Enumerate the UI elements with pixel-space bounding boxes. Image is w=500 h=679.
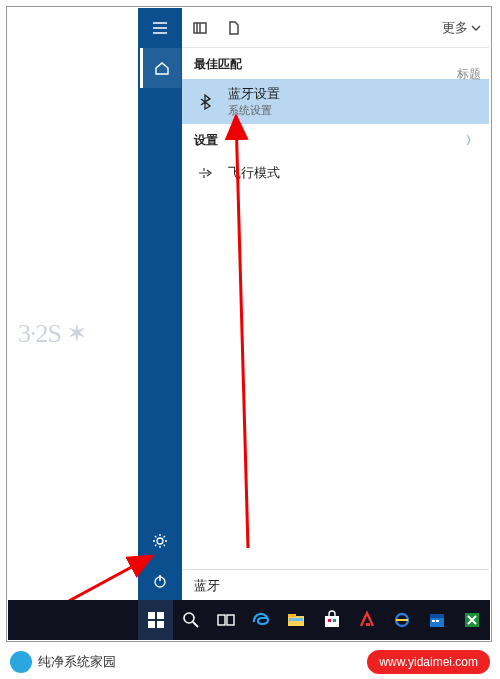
result-title: 蓝牙设置 bbox=[228, 85, 280, 103]
svg-rect-23 bbox=[432, 620, 435, 622]
section-best-match: 最佳匹配 bbox=[182, 48, 489, 79]
more-label: 更多 bbox=[442, 19, 468, 37]
brand-name: 纯净系统家园 bbox=[38, 653, 116, 671]
chevron-down-icon bbox=[471, 23, 481, 33]
home-icon bbox=[154, 60, 170, 76]
svg-rect-17 bbox=[328, 619, 331, 622]
search-box-wrap bbox=[182, 569, 489, 601]
result-title: 飞行模式 bbox=[228, 164, 280, 182]
home-button[interactable] bbox=[140, 48, 181, 88]
svg-rect-8 bbox=[157, 621, 164, 628]
more-dropdown[interactable]: 更多 bbox=[442, 19, 481, 37]
search-panel: 更多 最佳匹配 蓝牙设置 系统设置 bbox=[182, 8, 489, 601]
svg-rect-19 bbox=[366, 623, 370, 626]
gear-icon bbox=[152, 533, 168, 549]
hamburger-button[interactable] bbox=[138, 8, 182, 48]
svg-line-10 bbox=[193, 622, 198, 627]
excel-icon bbox=[462, 610, 482, 630]
svg-rect-11 bbox=[218, 615, 225, 625]
section-settings: 设置 〉 bbox=[182, 124, 489, 155]
ie-icon bbox=[392, 610, 412, 630]
edge-button[interactable] bbox=[244, 600, 279, 640]
calendar-icon bbox=[427, 610, 447, 630]
desktop-area: 3·2S ✶ bbox=[8, 8, 490, 601]
brand-logo-icon bbox=[10, 651, 32, 673]
explorer-icon bbox=[286, 610, 306, 630]
store-button[interactable] bbox=[314, 600, 349, 640]
taskview-icon bbox=[216, 610, 236, 630]
search-input[interactable] bbox=[194, 578, 477, 593]
explorer-button[interactable] bbox=[279, 600, 314, 640]
chevron-right-icon: 〉 bbox=[466, 133, 477, 148]
svg-rect-18 bbox=[333, 619, 336, 622]
ie-button[interactable] bbox=[384, 600, 419, 640]
settings-gear-button[interactable] bbox=[138, 521, 182, 561]
start-button[interactable] bbox=[138, 600, 173, 640]
svg-rect-22 bbox=[430, 614, 444, 618]
result-subtitle: 系统设置 bbox=[228, 103, 280, 118]
tool-icon-1[interactable] bbox=[190, 18, 210, 38]
svg-rect-16 bbox=[325, 616, 339, 627]
svg-rect-12 bbox=[227, 615, 234, 625]
svg-point-0 bbox=[157, 538, 163, 544]
svg-rect-24 bbox=[436, 620, 439, 622]
taskbar-search-button[interactable] bbox=[173, 600, 208, 640]
panel-body: 最佳匹配 蓝牙设置 系统设置 设置 〉 bbox=[182, 48, 489, 569]
app-g-icon bbox=[357, 610, 377, 630]
taskbar bbox=[8, 600, 490, 640]
start-sidebar bbox=[138, 8, 182, 601]
power-button[interactable] bbox=[138, 561, 182, 601]
search-icon bbox=[181, 610, 201, 630]
library-icon bbox=[193, 21, 207, 35]
store-icon bbox=[322, 610, 342, 630]
hamburger-icon bbox=[152, 20, 168, 36]
svg-rect-15 bbox=[289, 618, 303, 621]
screenshot-frame: 3·2S ✶ bbox=[6, 6, 492, 642]
watermark: 3·2S ✶ bbox=[18, 318, 87, 349]
result-airplane-mode[interactable]: 飞行模式 bbox=[182, 155, 489, 191]
taskview-button[interactable] bbox=[208, 600, 243, 640]
bluetooth-icon bbox=[194, 90, 218, 114]
calendar-button[interactable] bbox=[420, 600, 455, 640]
svg-rect-7 bbox=[148, 621, 155, 628]
app-g-button[interactable] bbox=[349, 600, 384, 640]
tool-icon-2[interactable] bbox=[224, 18, 244, 38]
brand-url: www.yidaimei.com bbox=[367, 650, 490, 674]
result-bluetooth-settings[interactable]: 蓝牙设置 系统设置 bbox=[182, 79, 489, 124]
power-icon bbox=[152, 573, 168, 589]
brand-footer: 纯净系统家园 www.yidaimei.com bbox=[0, 645, 500, 679]
svg-rect-5 bbox=[148, 612, 155, 619]
svg-rect-14 bbox=[288, 614, 296, 617]
svg-point-9 bbox=[184, 613, 194, 623]
svg-rect-6 bbox=[157, 612, 164, 619]
airplane-icon bbox=[194, 161, 218, 185]
panel-toolbar: 更多 bbox=[182, 8, 489, 48]
document-icon bbox=[227, 21, 241, 35]
excel-button[interactable] bbox=[455, 600, 490, 640]
start-icon bbox=[146, 610, 166, 630]
edge-icon bbox=[251, 610, 271, 630]
